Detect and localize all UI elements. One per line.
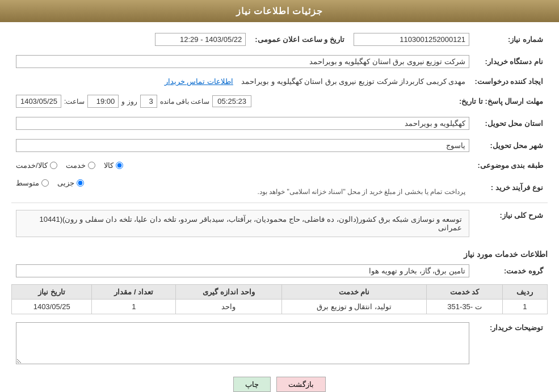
deadline-time-label: ساعت:	[64, 98, 85, 106]
radio-kala[interactable]: کالا	[104, 161, 123, 170]
creator-label: ایجاد کننده درخواست:	[470, 75, 548, 88]
purchase-note: پرداخت تمام یا بخشی از مبلغ خرید از محل …	[258, 188, 465, 196]
radio-mottaset[interactable]: متوسط	[16, 179, 49, 187]
service-group-value: تامین برق، گاز، بخار و تهویه هوا	[16, 264, 469, 277]
category-label: طبقه بندی موضوعی:	[473, 159, 548, 172]
purchase-type-label: نوع فرآیند خرید :	[474, 176, 548, 198]
cell-quantity: 1	[92, 300, 176, 314]
cell-service-name: تولید، انتقال و توزیع برق	[281, 300, 427, 314]
buyer-desc-textarea[interactable]	[16, 322, 469, 364]
delivery-province-label: استان محل تحویل:	[474, 115, 548, 132]
radio-kala-khadamat[interactable]: کالا/خدمت	[16, 161, 57, 170]
print-button[interactable]: چاپ	[233, 377, 271, 392]
announce-date-label: تاریخ و ساعت اعلان عمومی:	[250, 31, 349, 48]
services-table: ردیف کد خدمت نام خدمت واحد اندازه گیری ت…	[11, 284, 548, 314]
col-row-num: ردیف	[502, 285, 547, 300]
cell-unit: واحد	[176, 300, 281, 314]
cell-row-num: 1	[502, 300, 547, 314]
services-title: اطلاعات خدمات مورد نیاز	[11, 250, 548, 259]
deadline-day: 3	[140, 95, 157, 108]
deadline-day-label: روز و	[121, 98, 137, 106]
delivery-province-value: کهگیلویه و بویراحمد	[16, 117, 469, 130]
deadline-time: 19:00	[87, 95, 119, 108]
service-group-label: گروه خدمت:	[474, 262, 548, 280]
table-row: 1 ت -35-351 تولید، انتقال و توزیع برق وا…	[12, 300, 548, 314]
buyer-desc-label: توضیحات خریدار:	[474, 320, 548, 368]
countdown-value: 05:25:23	[212, 95, 251, 107]
buyer-org-label: نام دستگاه خریدار:	[474, 53, 548, 70]
contact-link[interactable]: اطلاعات تماس خریدار	[165, 77, 233, 86]
back-button[interactable]: بازگشت	[276, 377, 326, 392]
cell-service-code: ت -35-351	[427, 300, 502, 314]
announce-date-value: 1403/05/22 - 12:29	[155, 33, 246, 46]
deadline-label: مهلت ارسال پاسخ: تا تاریخ:	[455, 92, 548, 110]
delivery-city-label: شهر محل تحویل:	[474, 137, 548, 154]
radio-khadamat[interactable]: خدمت	[66, 161, 95, 170]
countdown-label: ساعت باقی مانده	[160, 98, 210, 106]
buyer-org-value: شرکت توزیع نیروی برق استان کهگیلویه و بو…	[16, 55, 469, 68]
cell-need-date: 1403/05/25	[12, 300, 92, 314]
col-service-code: کد خدمت	[427, 285, 502, 300]
radio-jozvi[interactable]: جزیی	[57, 179, 84, 187]
narration-label: شرح کلی نیاز:	[474, 208, 548, 244]
deadline-date: 1403/05/25	[16, 95, 61, 108]
creator-value: مهدی کریمی کاربرداز شرکت توزیع نیروی برق…	[241, 77, 465, 86]
need-number-value: 1103001252000121	[354, 33, 469, 46]
col-unit: واحد اندازه گیری	[176, 285, 281, 300]
need-number-label: شماره نیاز:	[474, 31, 548, 48]
narration-value: توسعه و نوسازی شبکه برق کشور(دالون، ده ف…	[16, 210, 469, 237]
action-buttons: چاپ بازگشت	[11, 377, 548, 392]
delivery-city-value: یاسوج	[16, 139, 469, 152]
page-title: جزئیات اطلاعات نیاز	[0, 0, 559, 22]
col-service-name: نام خدمت	[281, 285, 427, 300]
col-quantity: تعداد / مقدار	[92, 285, 176, 300]
col-need-date: تاریخ نیاز	[12, 285, 92, 300]
